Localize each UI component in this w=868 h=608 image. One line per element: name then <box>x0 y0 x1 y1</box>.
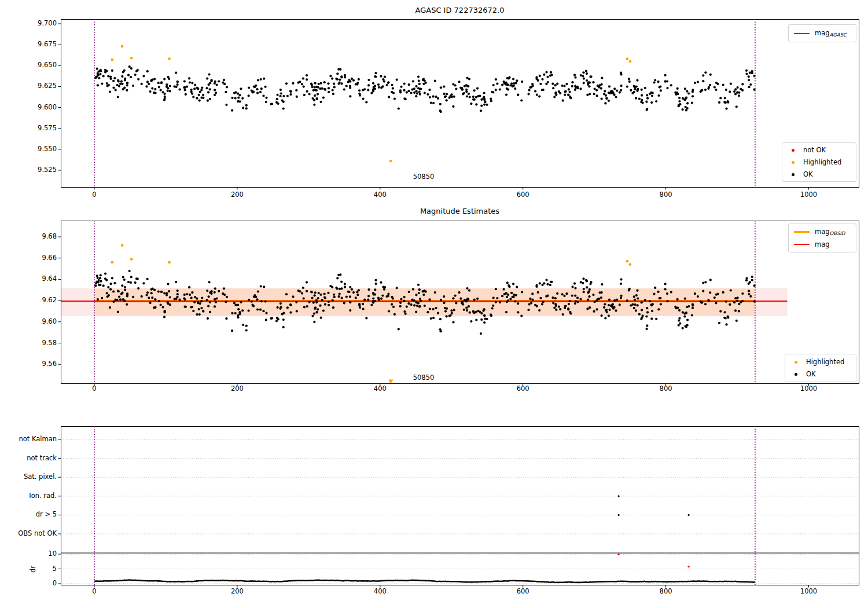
panel1-x-tick-label: 600 <box>517 192 529 199</box>
panel2-y-tick-label: 9.62 <box>42 297 57 304</box>
legend-row: magAGASC <box>789 27 856 39</box>
panel2-x-tick-label: 400 <box>374 386 387 393</box>
panel2-y-tick-label: 9.60 <box>42 318 57 325</box>
legend-row: not OK <box>782 144 856 156</box>
flag-category-label: OBS not OK <box>18 530 57 537</box>
legend-row: magOBSID <box>789 226 856 238</box>
dr-axis-label: dr <box>29 566 37 573</box>
legend-mag-agasc: magAGASC <box>788 24 856 42</box>
highlighted-dot-icon <box>790 361 801 364</box>
legend-label: mag <box>815 240 830 248</box>
panel1-y-tick-label: 9.600 <box>38 104 57 111</box>
legend-row: OK <box>782 169 856 181</box>
panel1-y-tick-label: 9.675 <box>38 41 57 48</box>
panel2-y-tick-label: 9.66 <box>42 255 57 262</box>
axes-frame <box>61 426 859 585</box>
ok-dot-icon <box>790 373 801 376</box>
panel3-x-tick-label: 600 <box>517 588 529 595</box>
panel2-x-tick-label: 1000 <box>800 386 817 393</box>
legend-label: OK <box>803 170 813 178</box>
axes-frame <box>61 19 859 187</box>
dr-tick-label: 10 <box>48 551 57 558</box>
legend-row: OK <box>785 368 856 380</box>
panel1-x-tick-label: 800 <box>660 192 672 199</box>
dr-tick-label: 0 <box>53 580 57 587</box>
legend-label: magAGASC <box>815 29 847 38</box>
panel1-y-tick-label: 9.625 <box>38 83 57 90</box>
panel1-x-tick-label: 200 <box>231 192 244 199</box>
red-line-swatch <box>794 244 810 245</box>
legend-point-classes-2: Highlighted OK <box>785 354 856 382</box>
panel1-x-tick-label: 1000 <box>800 192 817 199</box>
flag-category-label: not Kalman <box>19 436 57 443</box>
legend-label: OK <box>806 370 816 378</box>
legend-label: not OK <box>803 146 826 154</box>
highlighted-dot-icon <box>788 161 798 164</box>
panel1-title: AGASC ID 722732672.0 <box>61 6 859 14</box>
panel2-x-tick-label: 0 <box>92 386 96 393</box>
flag-category-label: Ion. rad. <box>29 493 57 500</box>
mag-line <box>61 301 787 302</box>
panel2-y-tick-label: 9.56 <box>42 361 57 368</box>
green-line-swatch <box>794 33 810 34</box>
panel1-x-tick-label: 400 <box>374 192 387 199</box>
panel1-y-tick-label: 9.550 <box>38 146 57 153</box>
legend-label: Highlighted <box>803 158 841 166</box>
panel1-y-tick-label: 9.700 <box>38 20 57 27</box>
panel2-y-tick-label: 9.68 <box>42 233 57 240</box>
legend-label: magOBSID <box>815 228 845 236</box>
panel1-y-tick-label: 9.575 <box>38 125 57 132</box>
panel2-y-tick-label: 9.64 <box>42 276 57 283</box>
orange-line-swatch <box>794 231 810 233</box>
panel2-obsid-annotation: 50850 <box>413 373 435 382</box>
panel2-title: Magnitude Estimates <box>61 207 859 215</box>
panel3-x-tick-label: 1000 <box>800 588 817 595</box>
panel2-x-tick-label: 200 <box>231 386 244 393</box>
clipped-point-marker <box>388 380 393 384</box>
panel3-x-tick-label: 400 <box>374 588 387 595</box>
panel1-obsid-annotation: 50850 <box>413 173 435 181</box>
legend-row: Highlighted <box>785 356 856 368</box>
panel2-x-tick-label: 800 <box>660 386 672 393</box>
panel3-x-tick-label: 200 <box>231 588 244 595</box>
legend-point-classes: not OK Highlighted OK <box>782 142 856 182</box>
figure-canvas <box>0 0 868 608</box>
flag-category-label: Sat. pixel. <box>24 474 57 481</box>
legend-label: Highlighted <box>806 358 844 366</box>
panel2-x-tick-label: 600 <box>517 386 529 393</box>
legend-row: Highlighted <box>782 156 856 169</box>
not-ok-dot-icon <box>788 149 798 152</box>
flag-category-label: not track <box>27 455 57 462</box>
flag-category-label: dr > 5 <box>36 512 57 519</box>
panel1-y-tick-label: 9.525 <box>38 167 57 174</box>
figure: { "colors": { "ok": "#000000", "highligh… <box>0 0 868 608</box>
legend-mag-obsid: magOBSID mag <box>788 224 856 252</box>
panel1-x-tick-label: 0 <box>92 192 96 199</box>
legend-row: mag <box>789 238 856 250</box>
dr-tick-label: 5 <box>53 566 57 573</box>
ok-dot-icon <box>788 173 798 176</box>
panel2-y-tick-label: 9.58 <box>42 340 57 347</box>
panel3-x-tick-label: 800 <box>660 588 672 595</box>
panel1-y-tick-label: 9.650 <box>38 63 57 69</box>
panel3-x-tick-label: 0 <box>92 588 96 595</box>
